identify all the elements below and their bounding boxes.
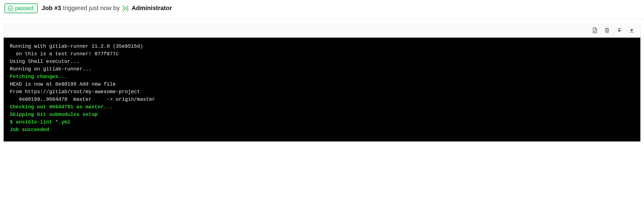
svg-point-0 (8, 6, 13, 11)
log-line: Running with gitlab-runner 11.2.0 (35e85… (10, 43, 638, 50)
svg-rect-2 (123, 6, 124, 7)
log-line: Running on gitlab-runner... (10, 65, 638, 73)
log-line: on this is a test runner! 077f877c (10, 50, 638, 58)
trash-icon (604, 27, 610, 34)
status-badge: passed (4, 3, 38, 13)
log-line: Job succeeded (10, 126, 638, 134)
avatar-icon (122, 5, 129, 12)
log-line: 6e80199..9664d78 master -> origin/master (10, 96, 638, 103)
log-container: Running with gitlab-runner 11.2.0 (35e85… (3, 24, 641, 142)
job-header: passed Job #3 triggered just now by Admi… (0, 0, 644, 19)
svg-rect-10 (126, 9, 127, 10)
log-line: HEAD is now at 6e80199 Add new file (10, 81, 638, 88)
job-title: Job #3 triggered just now by Administrat… (42, 4, 172, 12)
log-line: $ ansible-lint *.yml (10, 118, 638, 126)
log-line: From https://gitlab/root/my-awesome-proj… (10, 88, 638, 96)
svg-rect-4 (124, 7, 125, 8)
check-circle-icon (8, 6, 13, 11)
svg-rect-11 (123, 10, 124, 11)
svg-rect-7 (125, 8, 126, 9)
scroll-bottom-icon (629, 27, 635, 34)
log-body[interactable]: Running with gitlab-runner 11.2.0 (35e85… (4, 38, 640, 141)
triggered-text: triggered just now by (63, 4, 120, 12)
job-number: Job #3 (42, 4, 61, 12)
log-line: Using Shell executor... (10, 58, 638, 65)
scroll-bottom-button[interactable] (628, 27, 635, 35)
raw-log-button[interactable] (591, 27, 598, 35)
svg-rect-8 (127, 8, 128, 9)
document-icon (592, 27, 598, 34)
scroll-top-button[interactable] (616, 27, 623, 35)
svg-rect-13 (618, 28, 621, 29)
svg-rect-6 (123, 8, 124, 9)
svg-rect-9 (124, 9, 125, 10)
triggered-by-user[interactable]: Administrator (132, 4, 172, 12)
status-label: passed (15, 5, 33, 12)
svg-rect-3 (127, 6, 128, 7)
svg-rect-5 (126, 7, 127, 8)
log-toolbar (4, 24, 640, 38)
svg-rect-12 (127, 10, 128, 11)
log-line: Fetching changes... (10, 73, 638, 81)
log-line: Checking out 9664d781 as master... (10, 103, 638, 111)
svg-rect-14 (630, 32, 634, 33)
scroll-top-icon (616, 27, 622, 34)
erase-log-button[interactable] (603, 27, 611, 35)
log-line: Skipping Git submodules setup (10, 111, 638, 118)
